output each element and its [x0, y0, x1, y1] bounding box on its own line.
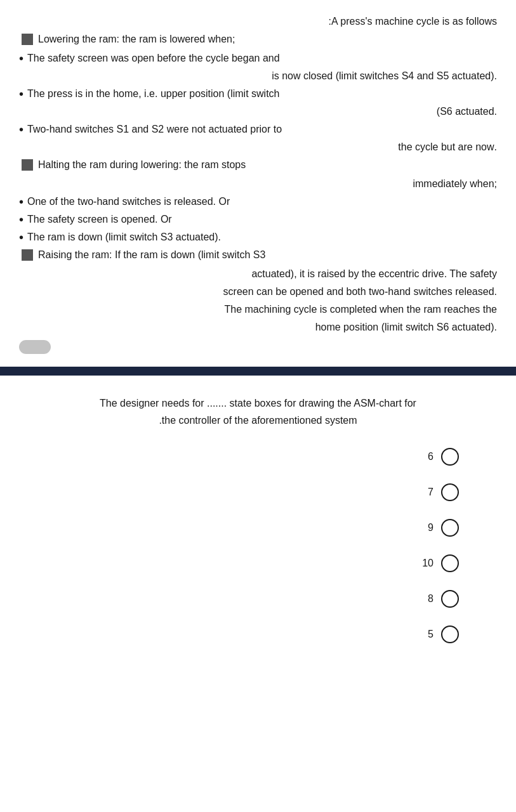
line-s6: .S6 actuated) — [19, 103, 497, 121]
line-machining-cycle: The machining cycle is completed when th… — [19, 301, 497, 318]
option-10[interactable]: 10 — [418, 554, 459, 572]
bullet-2: • — [19, 85, 23, 103]
option-8-radio[interactable] — [441, 590, 459, 608]
option-7[interactable]: 7 — [418, 483, 459, 501]
line-halting-header: Halting the ram during lowering: the ram… — [19, 156, 497, 174]
line-header: A press's machine cycle is as follows: — [19, 13, 497, 30]
option-7-radio[interactable] — [441, 483, 459, 501]
answer-options: 6 7 9 10 8 5 — [19, 448, 497, 643]
option-6-label: 6 — [418, 451, 433, 462]
option-5[interactable]: 5 — [418, 625, 459, 643]
section-divider — [0, 367, 516, 376]
bullet-5: • — [19, 211, 23, 228]
line-raising-header: Raising the ram: If the ram is down (lim… — [19, 246, 497, 264]
option-10-radio[interactable] — [441, 554, 459, 572]
option-8-label: 8 — [418, 593, 433, 605]
line-safety-screen: The safety screen was open before the cy… — [19, 49, 497, 67]
line-eccentric: actuated), it is raised by the eccentric… — [19, 265, 497, 283]
line-press-home: The press is in the home, i.e. upper pos… — [19, 85, 497, 103]
option-6[interactable]: 6 — [418, 448, 459, 466]
option-6-radio[interactable] — [441, 448, 459, 466]
option-5-radio[interactable] — [441, 625, 459, 643]
bullet-6: • — [19, 228, 23, 246]
icon-box-lowering — [22, 34, 33, 45]
line-one-released: One of the two-hand switches is released… — [19, 193, 497, 211]
option-9-label: 9 — [418, 522, 433, 534]
option-7-label: 7 — [418, 487, 433, 498]
bullet-3: • — [19, 121, 23, 138]
icon-box-halting — [22, 159, 33, 171]
scrollbar-area[interactable] — [19, 340, 491, 354]
line-screen-opened: The safety screen is opened. Or • — [19, 211, 497, 228]
sub-question-line1: The designer needs for ....... state box… — [19, 395, 497, 412]
option-10-label: 10 — [418, 558, 433, 569]
option-5-label: 5 — [418, 629, 433, 640]
bullet-4: • — [19, 193, 23, 211]
line-two-hand: Two-hand switches S1 and S2 were not act… — [19, 121, 497, 138]
question-description: A press's machine cycle is as follows: ;… — [19, 13, 497, 336]
bottom-section: The designer needs for ....... state box… — [0, 382, 516, 656]
scroll-thumb[interactable] — [19, 340, 51, 354]
top-section: A press's machine cycle is as follows: ;… — [0, 0, 516, 360]
option-8[interactable]: 8 — [418, 590, 459, 608]
sub-question-text: The designer needs for ....... state box… — [19, 395, 497, 429]
line-immediately: ;immediately when — [19, 175, 497, 193]
line-ram-down: .The ram is down (limit switch S3 actuat… — [19, 228, 497, 246]
line-cycle-now: .the cycle but are now — [19, 138, 497, 156]
bullet-1: • — [19, 49, 23, 67]
line-closed: .is now closed (limit switches S4 and S5… — [19, 67, 497, 85]
line-home-position: .home position (limit switch S6 actuated… — [19, 318, 497, 336]
line-lowering-header: ;Lowering the ram: the ram is lowered wh… — [19, 30, 497, 48]
line-screen-released: .screen can be opened and both two-hand … — [19, 283, 497, 301]
icon-box-raising — [22, 249, 33, 261]
option-9-radio[interactable] — [441, 519, 459, 537]
option-9[interactable]: 9 — [418, 519, 459, 537]
sub-question-line2: .the controller of the aforementioned sy… — [19, 412, 497, 429]
